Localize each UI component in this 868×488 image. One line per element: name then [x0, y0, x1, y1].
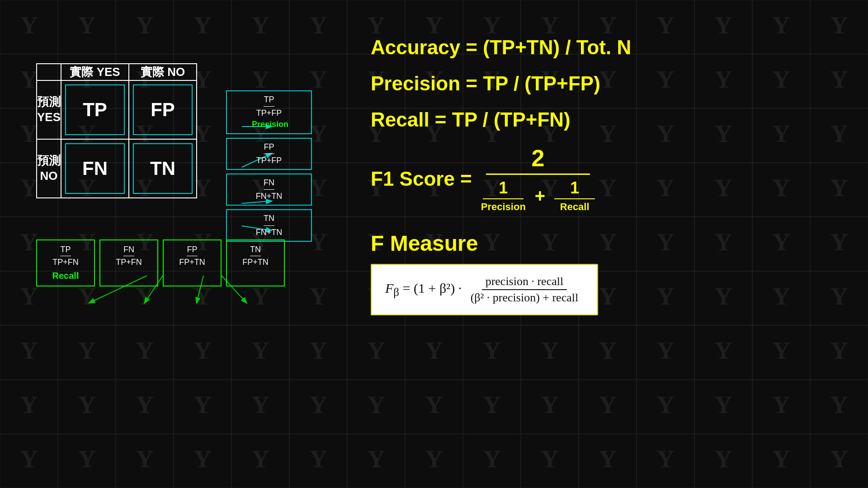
- box-precision: TP TP+FP Precision: [226, 90, 312, 134]
- col-header-no: 實際 NO: [129, 64, 197, 80]
- box-fp-bottom: FP FP+TN: [163, 239, 222, 286]
- precision-formula: Precision = TP / (TP+FP): [371, 72, 841, 95]
- f1-denominator: 1 Precision + 1 Recall: [481, 175, 595, 213]
- box-fn-ratio: FN FN+TN: [226, 174, 312, 206]
- box-tn-ratio: TN FN+TN: [226, 209, 312, 241]
- col-header-yes: 實際 YES: [61, 64, 129, 80]
- box-fn-bottom: FN TP+FN: [99, 239, 158, 286]
- f1-label: F1 Score =: [371, 168, 472, 190]
- box-tn-bottom: TN FP+TN: [226, 239, 285, 286]
- recall-formula: Recall = TP / (TP+FN): [371, 108, 841, 131]
- row-header-no: 預測NO: [37, 139, 61, 198]
- recall-label: Recall: [43, 271, 88, 281]
- f1-recall-sub: 1 Recall: [554, 178, 595, 213]
- cell-tn: TN: [129, 139, 197, 198]
- empty-header: [37, 64, 61, 80]
- confusion-matrix: 實際 YES 實際 NO 預測YES TP FP: [36, 63, 197, 198]
- f1-prec-den: Precision: [481, 199, 526, 213]
- precision-label: Precision: [252, 120, 288, 129]
- box-recall: TP TP+FN Recall: [36, 239, 95, 286]
- box-fp-ratio: FP TP+FP: [226, 138, 312, 170]
- cell-fp: FP: [129, 80, 197, 139]
- row-header-yes: 預測YES: [37, 80, 61, 139]
- f1-score-section: F1 Score = 2 1 Precision + 1 Recall: [371, 145, 841, 213]
- bottom-formula-boxes: TP TP+FN Recall FN TP+FN FP FP+TN: [36, 239, 285, 286]
- f-measure-title: F Measure: [371, 231, 841, 256]
- cell-fn: FN: [61, 139, 129, 198]
- formulas-panel: Accuracy = (TP+TN) / Tot. N Precision = …: [344, 0, 868, 488]
- right-formula-boxes: TP TP+FP Precision FP TP+FP FN FN+TN: [226, 90, 312, 242]
- f-measure-formula: Fβ = (1 + β²) · precision · recall (β² ·…: [385, 274, 584, 305]
- f1-fraction: 2 1 Precision + 1 Recall: [481, 145, 595, 213]
- f1-numerator: 2: [486, 145, 590, 175]
- f1-rec-num: 1: [554, 178, 595, 199]
- f1-plus: +: [535, 186, 545, 206]
- f1-prec-num: 1: [483, 178, 524, 199]
- accuracy-formula: Accuracy = (TP+TN) / Tot. N: [371, 36, 841, 59]
- f-measure-box: Fβ = (1 + β²) · precision · recall (β² ·…: [371, 264, 598, 315]
- f-measure-section: F Measure Fβ = (1 + β²) · precision · re…: [371, 231, 841, 315]
- f1-precision-sub: 1 Precision: [481, 178, 526, 213]
- f1-rec-den: Recall: [560, 199, 590, 213]
- cell-tp: TP: [61, 80, 129, 139]
